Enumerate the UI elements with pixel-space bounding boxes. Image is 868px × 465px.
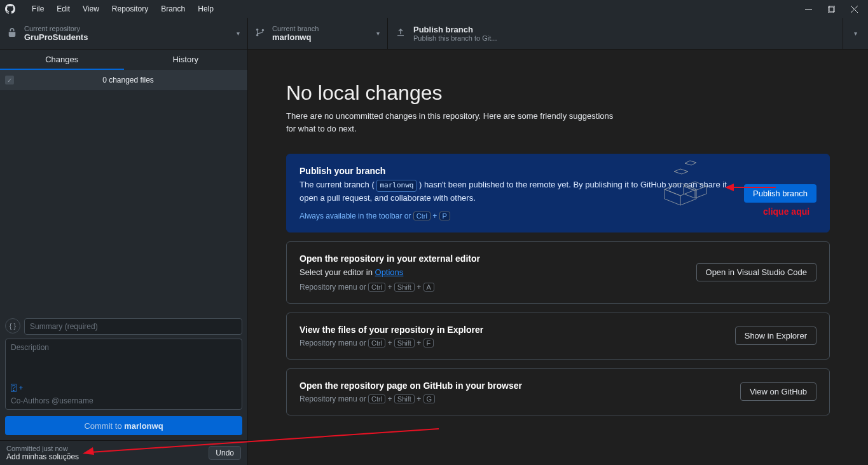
card-publish-branch: Publish your branch The current branch (… bbox=[286, 154, 830, 232]
minimize-icon[interactable] bbox=[804, 0, 812, 18]
kbd: P bbox=[439, 212, 450, 220]
card-desc: Select your editor in Options bbox=[300, 266, 684, 279]
svg-rect-0 bbox=[805, 9, 812, 10]
github-logo-icon bbox=[5, 4, 15, 14]
chevron-down-icon: ▾ bbox=[376, 30, 380, 37]
page-title: No local changes bbox=[286, 81, 830, 105]
repo-selector[interactable]: Current repository GruProStudents ▾ bbox=[0, 18, 248, 49]
coauthors-hint: Co-Authors @username bbox=[11, 396, 237, 405]
commit-form: { } ⍰﹢ Co-Authors @username Commit to ma… bbox=[0, 313, 247, 440]
card-title: View the files of your repository in Exp… bbox=[300, 325, 722, 335]
menu-view[interactable]: View bbox=[76, 4, 106, 13]
repo-label: Current repository bbox=[24, 25, 88, 32]
publish-dropdown[interactable]: ▾ bbox=[843, 18, 868, 49]
publish-title: Publish branch bbox=[413, 25, 497, 34]
show-explorer-button[interactable]: Show in Explorer bbox=[735, 327, 816, 345]
card-show-explorer: View the files of your repository in Exp… bbox=[286, 313, 830, 360]
select-all-checkbox[interactable]: ✓ bbox=[5, 76, 14, 84]
publish-branch-button[interactable]: Publish branch bbox=[744, 184, 816, 203]
card-hint: Repository menu or Ctrl + Shift + G bbox=[300, 394, 727, 403]
changed-files-bar: ✓ 0 changed files bbox=[0, 70, 247, 90]
branch-label: Current branch bbox=[272, 25, 319, 32]
description-input[interactable] bbox=[11, 343, 237, 379]
card-hint: Repository menu or Ctrl + Shift + A bbox=[300, 283, 684, 292]
svg-point-5 bbox=[256, 29, 259, 31]
card-open-editor: Open the repository in your external edi… bbox=[286, 241, 830, 304]
toolbar: Current repository GruProStudents ▾ Curr… bbox=[0, 18, 868, 50]
sidebar: Changes History ✓ 0 changed files { } ⍰﹢… bbox=[0, 50, 248, 465]
content-pane: No local changes There are no uncommitte… bbox=[248, 50, 868, 465]
branch-pill: marlonwq bbox=[376, 180, 417, 192]
committed-message: Add minhas soluções bbox=[6, 452, 209, 461]
svg-rect-2 bbox=[829, 6, 835, 11]
publish-branch-toolbar[interactable]: Publish branch Publish this branch to Gi… bbox=[388, 18, 843, 49]
commit-button-branch: marlonwq bbox=[124, 421, 163, 431]
menu-repository[interactable]: Repository bbox=[106, 4, 155, 13]
menu-edit[interactable]: Edit bbox=[50, 4, 76, 13]
card-title: Open the repository page on GitHub in yo… bbox=[300, 381, 727, 391]
options-link[interactable]: Options bbox=[375, 267, 404, 277]
window-controls bbox=[804, 0, 863, 18]
branch-selector[interactable]: Current branch marlonwq ▾ bbox=[248, 18, 388, 49]
kbd: Ctrl bbox=[413, 212, 431, 220]
svg-point-7 bbox=[262, 29, 265, 32]
commit-button-prefix: Commit to bbox=[84, 421, 124, 431]
boxes-illustration-icon bbox=[658, 158, 709, 208]
menu-branch[interactable]: Branch bbox=[155, 4, 191, 13]
upload-icon bbox=[396, 27, 406, 39]
open-vscode-button[interactable]: Open in Visual Studio Code bbox=[696, 263, 816, 281]
close-icon[interactable] bbox=[850, 0, 858, 18]
menu-file[interactable]: File bbox=[25, 4, 50, 13]
maximize-icon[interactable] bbox=[827, 0, 835, 18]
sidebar-tabs: Changes History bbox=[0, 50, 247, 70]
page-subtitle: There are no uncommitted changes in this… bbox=[286, 110, 617, 135]
titlebar: File Edit View Repository Branch Help bbox=[0, 0, 868, 18]
branch-name: marlonwq bbox=[272, 32, 319, 42]
tab-changes[interactable]: Changes bbox=[0, 50, 124, 70]
card-hint: Always available in the toolbar or Ctrl … bbox=[300, 212, 731, 220]
chevron-down-icon: ▾ bbox=[237, 30, 240, 37]
summary-input[interactable] bbox=[24, 318, 242, 335]
svg-point-6 bbox=[256, 34, 259, 37]
committed-time: Committed just now bbox=[6, 445, 209, 452]
git-branch-icon bbox=[256, 28, 265, 39]
view-github-button[interactable]: View on GitHub bbox=[740, 382, 816, 401]
card-hint: Repository menu or Ctrl + Shift + F bbox=[300, 339, 722, 347]
commit-button[interactable]: Commit to marlonwq bbox=[5, 416, 242, 435]
card-title: Open the repository in your external edi… bbox=[300, 253, 684, 264]
repo-name: GruProStudents bbox=[24, 32, 88, 42]
menu-help[interactable]: Help bbox=[191, 4, 220, 13]
tab-history[interactable]: History bbox=[124, 50, 248, 70]
lock-icon bbox=[8, 28, 17, 39]
avatar-icon: { } bbox=[5, 318, 20, 334]
committed-footer: Committed just now Add minhas soluções U… bbox=[0, 440, 247, 465]
svg-rect-1 bbox=[828, 7, 834, 13]
changed-files-count: 0 changed files bbox=[14, 76, 242, 84]
add-coauthor-icon[interactable]: ⍰﹢ bbox=[11, 382, 237, 394]
card-view-github: Open the repository page on GitHub in yo… bbox=[286, 368, 830, 415]
publish-subtitle: Publish this branch to Git... bbox=[413, 34, 497, 42]
undo-button[interactable]: Undo bbox=[209, 446, 241, 460]
